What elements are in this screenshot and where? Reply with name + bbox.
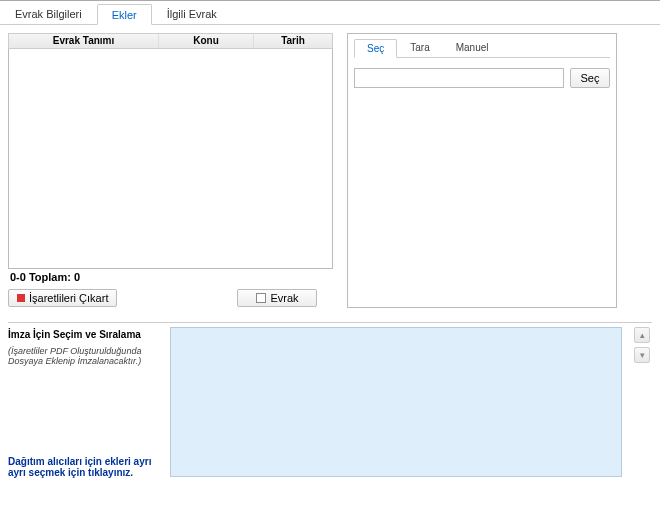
signature-order-box[interactable]: [170, 327, 622, 477]
source-tabs: Seç Tara Manuel: [354, 38, 610, 58]
signature-title: İmza İçin Seçim ve Sıralama: [8, 329, 158, 340]
signature-side: İmza İçin Seçim ve Sıralama (İşaretliler…: [8, 327, 158, 478]
total-label: 0-0 Toplam: 0: [8, 269, 333, 287]
move-up-button[interactable]: ▴: [634, 327, 650, 343]
tab-evrak-bilgileri[interactable]: Evrak Bilgileri: [0, 3, 97, 24]
tab-ekler[interactable]: Ekler: [97, 4, 152, 25]
col-konu[interactable]: Konu: [159, 34, 254, 48]
document-icon: [256, 293, 266, 303]
evrak-button[interactable]: Evrak: [237, 289, 317, 307]
source-panel: Seç Tara Manuel Seç: [347, 33, 617, 308]
col-evrak-tanimi[interactable]: Evrak Tanımı: [9, 34, 159, 48]
search-input[interactable]: [354, 68, 564, 88]
rtab-manuel[interactable]: Manuel: [443, 38, 502, 57]
remove-selected-button[interactable]: İşaretlileri Çıkart: [8, 289, 117, 307]
minus-icon: [17, 294, 25, 302]
attachments-list[interactable]: [8, 49, 333, 269]
col-tarih[interactable]: Tarih: [254, 34, 332, 48]
search-button[interactable]: Seç: [570, 68, 610, 88]
tab-ilgili-evrak[interactable]: İlgili Evrak: [152, 3, 232, 24]
rtab-tara[interactable]: Tara: [397, 38, 442, 57]
remove-selected-label: İşaretlileri Çıkart: [29, 292, 108, 304]
attachments-header: Evrak Tanımı Konu Tarih: [8, 33, 333, 49]
distribution-link[interactable]: Dağıtım alıcıları için ekleri ayrı ayrı …: [8, 456, 158, 478]
rtab-sec[interactable]: Seç: [354, 39, 397, 58]
signature-note: (İşaretliler PDF Oluşturulduğunda Dosyay…: [8, 346, 158, 366]
attachments-panel: Evrak Tanımı Konu Tarih 0-0 Toplam: 0 İş…: [8, 33, 333, 308]
main-tabs: Evrak Bilgileri Ekler İlgili Evrak: [0, 3, 660, 25]
move-down-button[interactable]: ▾: [634, 347, 650, 363]
evrak-label: Evrak: [270, 292, 298, 304]
